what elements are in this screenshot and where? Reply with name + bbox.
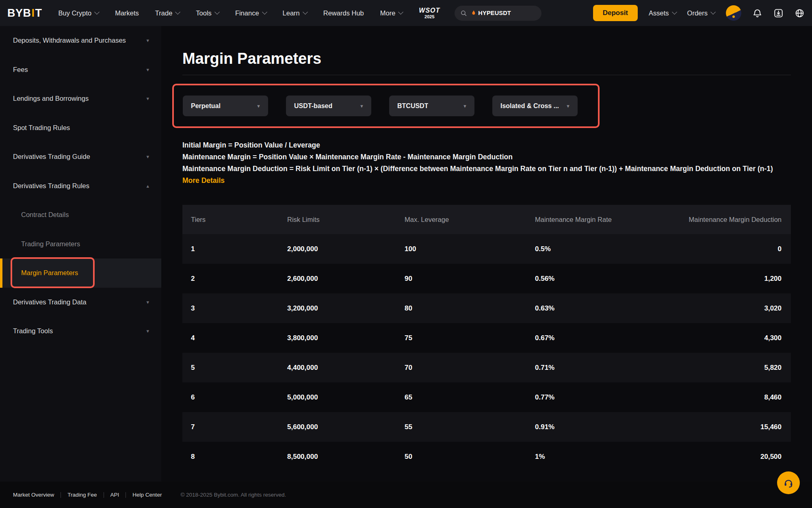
sidebar-item-contract-details[interactable]: Contract Details — [0, 200, 161, 230]
wsot-2025-logo[interactable]: WSOT 2025 — [419, 7, 440, 19]
headset-icon — [783, 477, 794, 488]
chevron-down-icon — [94, 9, 100, 15]
annotation-highlight-filters: Perpetual ▼ USDT-based ▼ BTCUSDT ▼ Isola… — [172, 84, 600, 128]
sidebar-item-label: Deposits, Withdrawals and Purchases — [13, 37, 143, 44]
cell-risk-limit: 5,600,000 — [287, 423, 405, 431]
chevron-down-icon — [303, 9, 308, 15]
sidebar-item-label: Contract Details — [21, 211, 149, 219]
search-ticker: HYPEUSDT — [478, 10, 511, 16]
nav-label: Trade — [155, 9, 173, 17]
dropdown-value: Isolated & Cross ... — [500, 102, 559, 110]
title-divider — [182, 75, 791, 75]
sidebar-item-label: Spot Trading Rules — [13, 124, 149, 132]
chevron-down-icon — [214, 9, 220, 15]
main-content: Margin Parameters Perpetual ▼ USDT-based… — [161, 26, 812, 482]
cell-mm-deduction: 20,500 — [760, 453, 782, 461]
sidebar-item-derivatives-trading-rules[interactable]: Derivatives Trading Rules▴ — [0, 172, 161, 201]
cell-max-leverage: 90 — [405, 275, 535, 283]
chevron-down-icon: ▾ — [146, 154, 149, 160]
nav-item-finance[interactable]: Finance — [235, 9, 266, 17]
nav-item-learn[interactable]: Learn — [283, 9, 307, 17]
footer-link-help-center[interactable]: Help Center — [132, 492, 162, 498]
chevron-down-icon — [262, 9, 267, 15]
sidebar-item-label: Derivatives Trading Guide — [13, 153, 143, 161]
caret-down-icon: ▼ — [566, 104, 570, 109]
sidebar-item-label: Derivatives Trading Rules — [13, 182, 143, 190]
caret-down-icon: ▼ — [359, 104, 364, 109]
nav-item-buy-crypto[interactable]: Buy Crypto — [58, 9, 99, 17]
sidebar-item-lendings-borrowings[interactable]: Lendings and Borrowings▾ — [0, 84, 161, 113]
nav-label: Assets — [649, 9, 669, 17]
nav-label: Rewards Hub — [323, 9, 364, 17]
sidebar-item-label: Lendings and Borrowings — [13, 95, 143, 102]
cell-tier: 6 — [191, 393, 287, 402]
cell-mm-rate: 0.91% — [535, 423, 760, 431]
notifications-bell-icon[interactable] — [752, 8, 762, 18]
cell-mm-deduction: 1,200 — [764, 275, 782, 283]
sidebar-item-derivatives-trading-data[interactable]: Derivatives Trading Data▾ — [0, 288, 161, 317]
table-row: 1 2,000,000 100 0.5% 0 — [182, 234, 791, 264]
settlement-dropdown[interactable]: USDT-based ▼ — [286, 96, 371, 116]
column-header-tiers: Tiers — [191, 216, 287, 224]
column-header-mm-deduction: Maintenance Margin Deduction — [689, 216, 782, 224]
nav-item-markets[interactable]: Markets — [115, 9, 139, 17]
table-row: 2 2,600,000 90 0.56% 1,200 — [182, 264, 791, 293]
cell-risk-limit: 3,200,000 — [287, 304, 405, 313]
cell-mm-deduction: 8,460 — [764, 393, 782, 402]
symbol-dropdown[interactable]: BTCUSDT ▼ — [389, 96, 474, 116]
table-row: 3 3,200,000 80 0.63% 3,020 — [182, 293, 791, 323]
nav-item-rewards-hub[interactable]: Rewards Hub — [323, 9, 364, 17]
nav-item-trade[interactable]: Trade — [155, 9, 180, 17]
nav-item-orders[interactable]: Orders — [687, 9, 715, 17]
footer-separator — [61, 492, 61, 498]
footer-link-api[interactable]: API — [110, 492, 119, 498]
cell-risk-limit: 2,000,000 — [287, 245, 405, 253]
cell-risk-limit: 3,800,000 — [287, 334, 405, 342]
cell-mm-rate: 0.5% — [535, 245, 778, 253]
cell-tier: 4 — [191, 334, 287, 342]
cell-mm-rate: 0.56% — [535, 275, 764, 283]
sidebar-item-spot-trading-rules[interactable]: Spot Trading Rules — [0, 113, 161, 143]
sidebar-item-fees[interactable]: Fees▾ — [0, 55, 161, 85]
sidebar-item-trading-parameters[interactable]: Trading Parameters — [0, 230, 161, 259]
footer-link-trading-fee[interactable]: Trading Fee — [67, 492, 97, 498]
more-details-link[interactable]: More Details — [182, 175, 225, 187]
primary-nav: Buy Crypto Markets Trade Tools Finance L… — [58, 9, 403, 17]
cell-mm-rate: 0.67% — [535, 334, 764, 342]
sidebar-item-margin-parameters[interactable]: Margin Parameters — [0, 258, 161, 288]
search-box[interactable]: HYPEUSDT — [455, 6, 541, 21]
sidebar-item-label: Derivatives Trading Data — [13, 298, 143, 306]
sidebar-item-deposits-withdrawals[interactable]: Deposits, Withdrawals and Purchases▾ — [0, 26, 161, 55]
language-globe-icon[interactable] — [795, 8, 805, 18]
dropdown-value: Perpetual — [191, 102, 221, 110]
margin-tiers-table: Tiers Risk Limits Max. Leverage Maintena… — [182, 205, 791, 471]
avatar[interactable] — [726, 5, 741, 21]
wsot-year: 2025 — [419, 15, 440, 19]
nav-item-assets[interactable]: Assets — [649, 9, 676, 17]
cell-max-leverage: 80 — [405, 304, 535, 313]
cell-mm-deduction: 5,820 — [764, 364, 782, 372]
download-app-icon[interactable] — [773, 8, 784, 18]
nav-item-tools[interactable]: Tools — [196, 9, 219, 17]
cell-max-leverage: 55 — [405, 423, 535, 431]
deposit-button[interactable]: Deposit — [593, 5, 638, 21]
cell-tier: 1 — [191, 245, 287, 253]
cell-mm-deduction: 0 — [778, 245, 782, 253]
footer-link-market-overview[interactable]: Market Overview — [13, 492, 54, 498]
nav-item-more[interactable]: More — [380, 9, 403, 17]
cell-mm-deduction: 4,300 — [764, 334, 782, 342]
sidebar-item-derivatives-trading-guide[interactable]: Derivatives Trading Guide▾ — [0, 142, 161, 172]
nav-label: Finance — [235, 9, 259, 17]
bybit-logo[interactable]: BYBIT — [7, 7, 42, 20]
support-chat-button[interactable] — [777, 471, 800, 494]
cell-risk-limit: 2,600,000 — [287, 275, 405, 283]
chevron-down-icon — [398, 9, 403, 15]
chevron-down-icon — [672, 9, 677, 15]
sidebar-item-trading-tools[interactable]: Trading Tools▾ — [0, 317, 161, 346]
chevron-down-icon: ▾ — [146, 67, 149, 73]
contract-type-dropdown[interactable]: Perpetual ▼ — [183, 96, 268, 116]
cell-risk-limit: 4,400,000 — [287, 364, 405, 372]
footer-separator — [104, 492, 104, 498]
margin-mode-dropdown[interactable]: Isolated & Cross ... ▼ — [492, 96, 578, 116]
flame-icon — [471, 10, 476, 16]
